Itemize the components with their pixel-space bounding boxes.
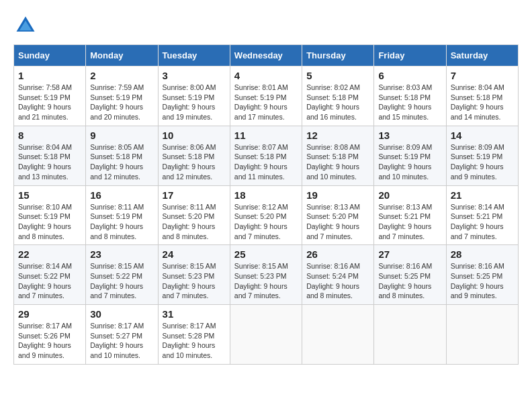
day-number: 3 bbox=[163, 70, 226, 81]
day-number: 4 bbox=[234, 70, 298, 81]
cell-info: Sunrise: 8:07 AM Sunset: 5:18 PM Dayligh… bbox=[234, 142, 298, 182]
header-cell-monday: Monday bbox=[86, 45, 158, 66]
week-row-5: 29Sunrise: 8:17 AM Sunset: 5:26 PM Dayli… bbox=[14, 305, 519, 365]
cell-info: Sunrise: 8:13 AM Sunset: 5:20 PM Dayligh… bbox=[306, 202, 369, 242]
week-row-1: 1Sunrise: 7:58 AM Sunset: 5:19 PM Daylig… bbox=[14, 66, 519, 126]
cell-info: Sunrise: 8:16 AM Sunset: 5:25 PM Dayligh… bbox=[378, 261, 441, 301]
day-number: 29 bbox=[18, 308, 81, 320]
calendar-cell: 2Sunrise: 7:59 AM Sunset: 5:19 PM Daylig… bbox=[86, 66, 158, 126]
week-row-2: 8Sunrise: 8:04 AM Sunset: 5:18 PM Daylig… bbox=[14, 126, 519, 185]
calendar-cell: 30Sunrise: 8:17 AM Sunset: 5:27 PM Dayli… bbox=[86, 305, 158, 365]
calendar-cell: 28Sunrise: 8:16 AM Sunset: 5:25 PM Dayli… bbox=[446, 245, 518, 305]
day-number: 6 bbox=[378, 70, 441, 81]
day-number: 18 bbox=[234, 189, 298, 201]
day-number: 14 bbox=[451, 130, 514, 141]
cell-info: Sunrise: 8:06 AM Sunset: 5:18 PM Dayligh… bbox=[163, 142, 226, 182]
cell-info: Sunrise: 8:01 AM Sunset: 5:19 PM Dayligh… bbox=[234, 83, 298, 122]
day-number: 21 bbox=[451, 189, 514, 201]
calendar-cell: 13Sunrise: 8:09 AM Sunset: 5:19 PM Dayli… bbox=[374, 126, 446, 185]
day-number: 24 bbox=[163, 248, 226, 260]
day-number: 7 bbox=[451, 70, 514, 81]
day-number: 16 bbox=[90, 189, 153, 201]
cell-info: Sunrise: 8:04 AM Sunset: 5:18 PM Dayligh… bbox=[451, 83, 514, 122]
header-cell-tuesday: Tuesday bbox=[158, 45, 230, 66]
week-row-4: 22Sunrise: 8:14 AM Sunset: 5:22 PM Dayli… bbox=[14, 245, 519, 305]
cell-info: Sunrise: 8:03 AM Sunset: 5:18 PM Dayligh… bbox=[378, 83, 441, 122]
calendar-cell: 31Sunrise: 8:17 AM Sunset: 5:28 PM Dayli… bbox=[158, 305, 230, 365]
day-number: 11 bbox=[234, 130, 298, 141]
cell-info: Sunrise: 8:11 AM Sunset: 5:19 PM Dayligh… bbox=[90, 202, 153, 242]
day-number: 30 bbox=[90, 308, 153, 320]
calendar-cell: 7Sunrise: 8:04 AM Sunset: 5:18 PM Daylig… bbox=[446, 66, 518, 126]
cell-info: Sunrise: 8:08 AM Sunset: 5:18 PM Dayligh… bbox=[306, 142, 369, 182]
cell-info: Sunrise: 8:09 AM Sunset: 5:19 PM Dayligh… bbox=[378, 142, 441, 182]
cell-info: Sunrise: 8:17 AM Sunset: 5:28 PM Dayligh… bbox=[163, 321, 226, 361]
cell-info: Sunrise: 8:16 AM Sunset: 5:24 PM Dayligh… bbox=[306, 261, 369, 301]
cell-info: Sunrise: 7:59 AM Sunset: 5:19 PM Dayligh… bbox=[90, 83, 153, 122]
cell-info: Sunrise: 8:09 AM Sunset: 5:19 PM Dayligh… bbox=[451, 142, 514, 182]
cell-info: Sunrise: 8:12 AM Sunset: 5:20 PM Dayligh… bbox=[234, 202, 298, 242]
day-number: 5 bbox=[306, 70, 369, 81]
header-cell-saturday: Saturday bbox=[446, 45, 518, 66]
calendar-body: 1Sunrise: 7:58 AM Sunset: 5:19 PM Daylig… bbox=[14, 66, 519, 365]
day-number: 26 bbox=[306, 248, 369, 260]
calendar-header-row: SundayMondayTuesdayWednesdayThursdayFrid… bbox=[14, 45, 519, 66]
calendar-cell: 8Sunrise: 8:04 AM Sunset: 5:18 PM Daylig… bbox=[14, 126, 86, 185]
header-cell-friday: Friday bbox=[374, 45, 446, 66]
header bbox=[13, 13, 519, 38]
calendar-cell: 11Sunrise: 8:07 AM Sunset: 5:18 PM Dayli… bbox=[230, 126, 302, 185]
calendar-cell: 20Sunrise: 8:13 AM Sunset: 5:21 PM Dayli… bbox=[374, 185, 446, 245]
header-cell-sunday: Sunday bbox=[14, 45, 86, 66]
calendar-cell: 5Sunrise: 8:02 AM Sunset: 5:18 PM Daylig… bbox=[302, 66, 374, 126]
day-number: 23 bbox=[90, 248, 153, 260]
calendar-cell: 23Sunrise: 8:15 AM Sunset: 5:22 PM Dayli… bbox=[86, 245, 158, 305]
cell-info: Sunrise: 7:58 AM Sunset: 5:19 PM Dayligh… bbox=[18, 83, 81, 122]
cell-info: Sunrise: 8:14 AM Sunset: 5:22 PM Dayligh… bbox=[18, 261, 81, 301]
calendar-cell: 6Sunrise: 8:03 AM Sunset: 5:18 PM Daylig… bbox=[374, 66, 446, 126]
calendar-cell: 10Sunrise: 8:06 AM Sunset: 5:18 PM Dayli… bbox=[158, 126, 230, 185]
cell-info: Sunrise: 8:04 AM Sunset: 5:18 PM Dayligh… bbox=[18, 142, 81, 182]
calendar-cell: 1Sunrise: 7:58 AM Sunset: 5:19 PM Daylig… bbox=[14, 66, 86, 126]
cell-info: Sunrise: 8:14 AM Sunset: 5:21 PM Dayligh… bbox=[451, 202, 514, 242]
calendar-cell: 16Sunrise: 8:11 AM Sunset: 5:19 PM Dayli… bbox=[86, 185, 158, 245]
day-number: 9 bbox=[90, 130, 153, 141]
header-cell-thursday: Thursday bbox=[302, 45, 374, 66]
calendar-cell: 22Sunrise: 8:14 AM Sunset: 5:22 PM Dayli… bbox=[14, 245, 86, 305]
day-number: 22 bbox=[18, 248, 81, 260]
day-number: 28 bbox=[451, 248, 514, 260]
day-number: 10 bbox=[163, 130, 226, 141]
day-number: 19 bbox=[306, 189, 369, 201]
cell-info: Sunrise: 8:17 AM Sunset: 5:26 PM Dayligh… bbox=[18, 321, 81, 361]
calendar-cell bbox=[374, 305, 446, 365]
calendar-cell: 15Sunrise: 8:10 AM Sunset: 5:19 PM Dayli… bbox=[14, 185, 86, 245]
cell-info: Sunrise: 8:00 AM Sunset: 5:19 PM Dayligh… bbox=[163, 83, 226, 122]
calendar-cell: 9Sunrise: 8:05 AM Sunset: 5:18 PM Daylig… bbox=[86, 126, 158, 185]
day-number: 2 bbox=[90, 70, 153, 81]
week-row-3: 15Sunrise: 8:10 AM Sunset: 5:19 PM Dayli… bbox=[14, 185, 519, 245]
cell-info: Sunrise: 8:02 AM Sunset: 5:18 PM Dayligh… bbox=[306, 83, 369, 122]
calendar-cell: 18Sunrise: 8:12 AM Sunset: 5:20 PM Dayli… bbox=[230, 185, 302, 245]
calendar-cell: 26Sunrise: 8:16 AM Sunset: 5:24 PM Dayli… bbox=[302, 245, 374, 305]
calendar-cell: 3Sunrise: 8:00 AM Sunset: 5:19 PM Daylig… bbox=[158, 66, 230, 126]
cell-info: Sunrise: 8:15 AM Sunset: 5:22 PM Dayligh… bbox=[90, 261, 153, 301]
day-number: 31 bbox=[163, 308, 226, 320]
cell-info: Sunrise: 8:11 AM Sunset: 5:20 PM Dayligh… bbox=[163, 202, 226, 242]
day-number: 20 bbox=[378, 189, 441, 201]
header-cell-wednesday: Wednesday bbox=[230, 45, 302, 66]
calendar-cell: 12Sunrise: 8:08 AM Sunset: 5:18 PM Dayli… bbox=[302, 126, 374, 185]
calendar-cell: 25Sunrise: 8:15 AM Sunset: 5:23 PM Dayli… bbox=[230, 245, 302, 305]
day-number: 13 bbox=[378, 130, 441, 141]
day-number: 27 bbox=[378, 248, 441, 260]
calendar-cell: 21Sunrise: 8:14 AM Sunset: 5:21 PM Dayli… bbox=[446, 185, 518, 245]
cell-info: Sunrise: 8:15 AM Sunset: 5:23 PM Dayligh… bbox=[163, 261, 226, 301]
logo bbox=[13, 13, 40, 38]
cell-info: Sunrise: 8:16 AM Sunset: 5:25 PM Dayligh… bbox=[451, 261, 514, 301]
cell-info: Sunrise: 8:10 AM Sunset: 5:19 PM Dayligh… bbox=[18, 202, 81, 242]
calendar-cell: 17Sunrise: 8:11 AM Sunset: 5:20 PM Dayli… bbox=[158, 185, 230, 245]
calendar-cell: 14Sunrise: 8:09 AM Sunset: 5:19 PM Dayli… bbox=[446, 126, 518, 185]
cell-info: Sunrise: 8:05 AM Sunset: 5:18 PM Dayligh… bbox=[90, 142, 153, 182]
day-number: 12 bbox=[306, 130, 369, 141]
calendar-cell bbox=[230, 305, 302, 365]
calendar-cell: 4Sunrise: 8:01 AM Sunset: 5:19 PM Daylig… bbox=[230, 66, 302, 126]
day-number: 25 bbox=[234, 248, 298, 260]
